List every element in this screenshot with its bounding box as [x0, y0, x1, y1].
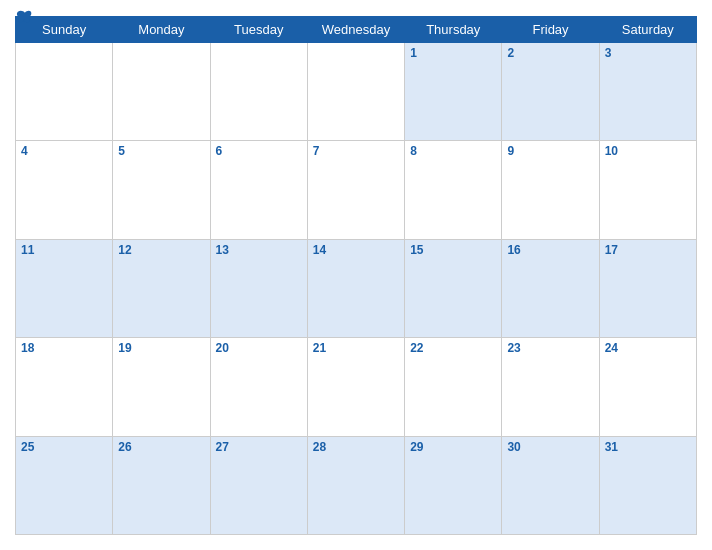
header-saturday: Saturday [599, 17, 696, 43]
logo-blue-text [15, 10, 35, 24]
calendar-week-row: 18192021222324 [16, 338, 697, 436]
calendar-day-cell[interactable] [16, 43, 113, 141]
day-number: 13 [216, 243, 302, 257]
calendar-week-row: 11121314151617 [16, 239, 697, 337]
calendar-day-cell[interactable]: 11 [16, 239, 113, 337]
header-friday: Friday [502, 17, 599, 43]
logo-bird-icon [15, 10, 33, 24]
calendar-day-cell[interactable]: 12 [113, 239, 210, 337]
calendar-thead: Sunday Monday Tuesday Wednesday Thursday… [16, 17, 697, 43]
day-number: 14 [313, 243, 399, 257]
calendar-day-cell[interactable]: 23 [502, 338, 599, 436]
day-number: 15 [410, 243, 496, 257]
day-number: 1 [410, 46, 496, 60]
calendar-week-row: 123 [16, 43, 697, 141]
calendar-day-cell[interactable]: 9 [502, 141, 599, 239]
day-number: 29 [410, 440, 496, 454]
day-number: 8 [410, 144, 496, 158]
calendar-day-cell[interactable]: 30 [502, 436, 599, 534]
calendar-day-cell[interactable]: 18 [16, 338, 113, 436]
day-number: 16 [507, 243, 593, 257]
day-number: 24 [605, 341, 691, 355]
day-number: 28 [313, 440, 399, 454]
calendar-day-cell[interactable]: 29 [405, 436, 502, 534]
calendar-day-cell[interactable]: 4 [16, 141, 113, 239]
calendar-day-cell[interactable]: 6 [210, 141, 307, 239]
day-number: 31 [605, 440, 691, 454]
calendar-day-cell[interactable]: 10 [599, 141, 696, 239]
calendar-day-cell[interactable]: 7 [307, 141, 404, 239]
day-number: 5 [118, 144, 204, 158]
day-number: 22 [410, 341, 496, 355]
header-wednesday: Wednesday [307, 17, 404, 43]
calendar-day-cell[interactable]: 16 [502, 239, 599, 337]
logo [15, 10, 35, 24]
day-number: 18 [21, 341, 107, 355]
day-number: 30 [507, 440, 593, 454]
calendar-day-cell[interactable]: 17 [599, 239, 696, 337]
day-number: 2 [507, 46, 593, 60]
calendar-day-cell[interactable]: 14 [307, 239, 404, 337]
calendar-day-cell[interactable]: 27 [210, 436, 307, 534]
calendar-day-cell[interactable]: 25 [16, 436, 113, 534]
calendar-day-cell[interactable]: 22 [405, 338, 502, 436]
weekday-header-row: Sunday Monday Tuesday Wednesday Thursday… [16, 17, 697, 43]
calendar-day-cell[interactable]: 24 [599, 338, 696, 436]
day-number: 7 [313, 144, 399, 158]
day-number: 6 [216, 144, 302, 158]
day-number: 25 [21, 440, 107, 454]
calendar-container: Sunday Monday Tuesday Wednesday Thursday… [0, 0, 712, 550]
calendar-body: 1234567891011121314151617181920212223242… [16, 43, 697, 535]
day-number: 17 [605, 243, 691, 257]
day-number: 23 [507, 341, 593, 355]
day-number: 27 [216, 440, 302, 454]
calendar-day-cell[interactable]: 28 [307, 436, 404, 534]
calendar-day-cell[interactable]: 20 [210, 338, 307, 436]
calendar-day-cell[interactable]: 15 [405, 239, 502, 337]
day-number: 3 [605, 46, 691, 60]
day-number: 21 [313, 341, 399, 355]
day-number: 26 [118, 440, 204, 454]
calendar-day-cell[interactable]: 19 [113, 338, 210, 436]
calendar-day-cell[interactable] [210, 43, 307, 141]
calendar-week-row: 25262728293031 [16, 436, 697, 534]
calendar-day-cell[interactable] [113, 43, 210, 141]
calendar-table: Sunday Monday Tuesday Wednesday Thursday… [15, 16, 697, 535]
header-tuesday: Tuesday [210, 17, 307, 43]
calendar-day-cell[interactable]: 3 [599, 43, 696, 141]
calendar-day-cell[interactable]: 26 [113, 436, 210, 534]
day-number: 10 [605, 144, 691, 158]
calendar-day-cell[interactable] [307, 43, 404, 141]
calendar-day-cell[interactable]: 1 [405, 43, 502, 141]
day-number: 4 [21, 144, 107, 158]
calendar-day-cell[interactable]: 13 [210, 239, 307, 337]
day-number: 19 [118, 341, 204, 355]
calendar-day-cell[interactable]: 2 [502, 43, 599, 141]
calendar-week-row: 45678910 [16, 141, 697, 239]
day-number: 12 [118, 243, 204, 257]
day-number: 11 [21, 243, 107, 257]
day-number: 9 [507, 144, 593, 158]
day-number: 20 [216, 341, 302, 355]
calendar-day-cell[interactable]: 8 [405, 141, 502, 239]
calendar-day-cell[interactable]: 5 [113, 141, 210, 239]
header-thursday: Thursday [405, 17, 502, 43]
calendar-day-cell[interactable]: 21 [307, 338, 404, 436]
header-monday: Monday [113, 17, 210, 43]
calendar-day-cell[interactable]: 31 [599, 436, 696, 534]
